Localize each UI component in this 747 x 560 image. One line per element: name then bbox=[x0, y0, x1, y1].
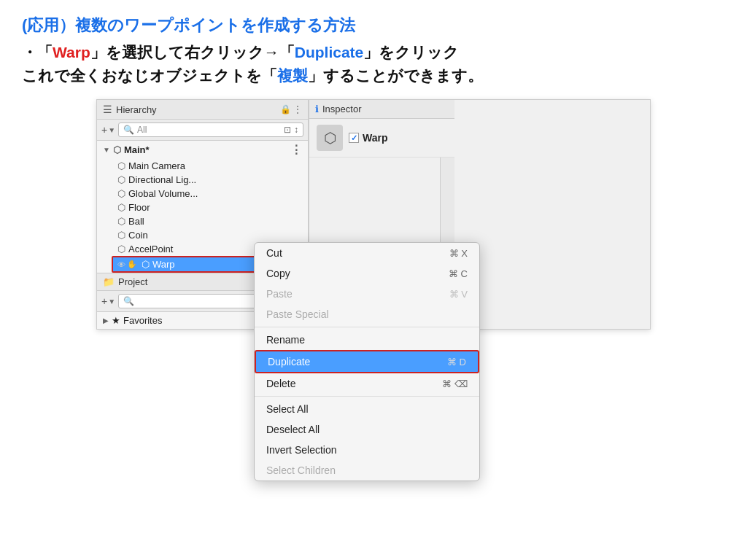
item-label: Directional Lig... bbox=[128, 174, 196, 185]
filter-icon: ⊡ bbox=[284, 125, 291, 135]
object-icon: ⬡ bbox=[117, 202, 125, 213]
select-children-label: Select Children bbox=[266, 464, 336, 476]
object-icon: ⬡ bbox=[117, 174, 125, 185]
instruction-line2: ・「Warp」を選択して右クリック→「Duplicate」をクリック bbox=[22, 42, 725, 63]
item-label: Global Volume... bbox=[128, 188, 198, 199]
warp-label: Warp bbox=[152, 259, 175, 270]
collapse-arrow: ▼ bbox=[103, 146, 110, 154]
select-all-label: Select All bbox=[266, 403, 309, 415]
expand-arrow: ▶ bbox=[103, 316, 109, 324]
duplicate-label: Duplicate bbox=[268, 356, 310, 368]
paste-shortcut: ⌘ V bbox=[449, 289, 468, 300]
left-column: ☰ Hierarchy 🔒 ⋮ + ▼ 🔍 All ⊡ ↕ bbox=[97, 100, 309, 329]
folder-icon: 📁 bbox=[103, 276, 115, 287]
instruction-area: (応用）複数のワープポイントを作成する方法 ・「Warp」を選択して右クリック→… bbox=[22, 15, 725, 86]
rename-label: Rename bbox=[266, 334, 305, 346]
tree-root-item[interactable]: ▼ ⬡ Main* ⋮ bbox=[97, 141, 308, 159]
menu-item-select-children[interactable]: Select Children bbox=[255, 460, 479, 481]
list-item[interactable]: ⬡ Ball bbox=[112, 214, 308, 228]
menu-item-paste-special[interactable]: Paste Special bbox=[255, 304, 479, 324]
object-icon: ⬡ bbox=[117, 160, 125, 171]
hierarchy-header: ☰ Hierarchy 🔒 ⋮ bbox=[97, 100, 308, 120]
plus-icon: + bbox=[101, 295, 107, 307]
object-icon: ⬡ bbox=[117, 244, 125, 254]
object-name: Warp bbox=[363, 132, 387, 144]
menu-item-delete[interactable]: Delete ⌘ ⌫ bbox=[255, 373, 479, 394]
search-label: All bbox=[137, 125, 147, 135]
inspector-title: Inspector bbox=[322, 104, 361, 114]
warp-highlight: Warp bbox=[53, 44, 90, 61]
cube-icon: ⬡ bbox=[324, 129, 336, 147]
object-icon-box: ⬡ bbox=[317, 125, 343, 151]
title-line: (応用）複数のワープポイントを作成する方法 bbox=[22, 15, 725, 36]
item-label: Ball bbox=[128, 216, 144, 227]
search-icon: 🔍 bbox=[123, 125, 134, 135]
item-label: AccelPoint bbox=[128, 244, 173, 254]
list-item[interactable]: ⬡ Main Camera bbox=[112, 159, 308, 173]
menu-divider-2 bbox=[255, 396, 479, 397]
menu-item-rename[interactable]: Rename bbox=[255, 330, 479, 350]
hierarchy-title: Hierarchy bbox=[116, 104, 157, 115]
inspector-object-row: ⬡ ✓ Warp bbox=[309, 119, 454, 158]
hierarchy-icon: ☰ bbox=[103, 104, 112, 115]
menu-divider-1 bbox=[255, 327, 479, 327]
lock-icon: 🔒 ⋮ bbox=[280, 104, 302, 114]
deselect-all-label: Deselect All bbox=[266, 424, 320, 435]
menu-item-deselect-all[interactable]: Deselect All bbox=[255, 419, 479, 440]
eye-icon: 👁 bbox=[117, 260, 125, 269]
cut-label: Cut bbox=[266, 247, 282, 259]
invert-selection-label: Invert Selection bbox=[266, 444, 337, 456]
menu-item-duplicate[interactable]: Duplicate ⌘ D bbox=[255, 350, 479, 373]
more-button[interactable]: ⋮ bbox=[290, 143, 302, 157]
root-label: Main* bbox=[124, 144, 150, 155]
search-icon: 🔍 bbox=[123, 296, 134, 306]
duplicate-highlight: Duplicate bbox=[295, 44, 364, 61]
inspector-header: ℹ Inspector bbox=[309, 100, 454, 119]
object-icon: ⬡ bbox=[117, 188, 125, 199]
instruction-line3: これで全くおなじオブジェクトを「複製」することができます。 bbox=[22, 66, 725, 86]
info-icon: ℹ bbox=[315, 104, 319, 114]
copy-label: Copy bbox=[266, 268, 290, 279]
object-checkbox[interactable]: ✓ Warp bbox=[349, 132, 387, 144]
context-menu: Cut ⌘ X Copy ⌘ C Paste ⌘ V Paste Special… bbox=[254, 242, 480, 481]
sort-icon: ↕ bbox=[294, 125, 298, 135]
object-icon: ⬡ bbox=[142, 259, 150, 270]
menu-item-invert-selection[interactable]: Invert Selection bbox=[255, 440, 479, 460]
search-bar: + ▼ 🔍 All ⊡ ↕ bbox=[97, 120, 308, 141]
object-icon: ⬡ bbox=[117, 230, 125, 241]
star-icon: ★ bbox=[112, 315, 120, 326]
item-label: Main Camera bbox=[128, 160, 185, 171]
screenshot-container: ☰ Hierarchy 🔒 ⋮ + ▼ 🔍 All ⊡ ↕ bbox=[96, 99, 651, 330]
dropdown-arrow: ▼ bbox=[108, 298, 115, 306]
project-title: Project bbox=[118, 276, 147, 287]
scene-icon: ⬡ bbox=[113, 144, 121, 155]
copy-shortcut: ⌘ C bbox=[449, 268, 468, 279]
search-input-wrap: 🔍 All ⊡ ↕ bbox=[118, 122, 303, 137]
item-label: Floor bbox=[128, 202, 150, 213]
menu-item-select-all[interactable]: Select All bbox=[255, 399, 479, 419]
search-icons: ⊡ ↕ bbox=[284, 125, 298, 135]
paste-special-label: Paste Special bbox=[266, 308, 329, 320]
eye-icons: 👁 ✋ bbox=[117, 260, 137, 269]
menu-item-paste[interactable]: Paste ⌘ V bbox=[255, 284, 479, 304]
list-item[interactable]: ⬡ Directional Lig... bbox=[112, 173, 308, 187]
list-item[interactable]: ⬡ Coin bbox=[112, 228, 308, 242]
menu-item-copy[interactable]: Copy ⌘ C bbox=[255, 263, 479, 284]
delete-shortcut: ⌘ ⌫ bbox=[442, 378, 468, 389]
project-add-button[interactable]: + ▼ bbox=[101, 295, 115, 307]
list-item[interactable]: ⬡ Floor bbox=[112, 201, 308, 214]
favorites-label: Favorites bbox=[123, 315, 162, 326]
cut-shortcut: ⌘ X bbox=[449, 248, 468, 259]
hand-icon: ✋ bbox=[127, 260, 137, 269]
checkbox[interactable]: ✓ bbox=[349, 133, 359, 143]
add-button[interactable]: + ▼ bbox=[101, 124, 115, 136]
list-item[interactable]: ⬡ Global Volume... bbox=[112, 187, 308, 201]
duplicate-shortcut: ⌘ D bbox=[447, 357, 466, 368]
menu-item-cut[interactable]: Cut ⌘ X bbox=[255, 243, 479, 263]
copy-highlight: 複製 bbox=[277, 67, 308, 84]
item-label: Coin bbox=[128, 230, 148, 241]
plus-icon: + bbox=[101, 124, 107, 136]
dropdown-arrow: ▼ bbox=[108, 126, 115, 134]
paste-label: Paste bbox=[266, 288, 293, 300]
delete-label: Delete bbox=[266, 378, 295, 389]
